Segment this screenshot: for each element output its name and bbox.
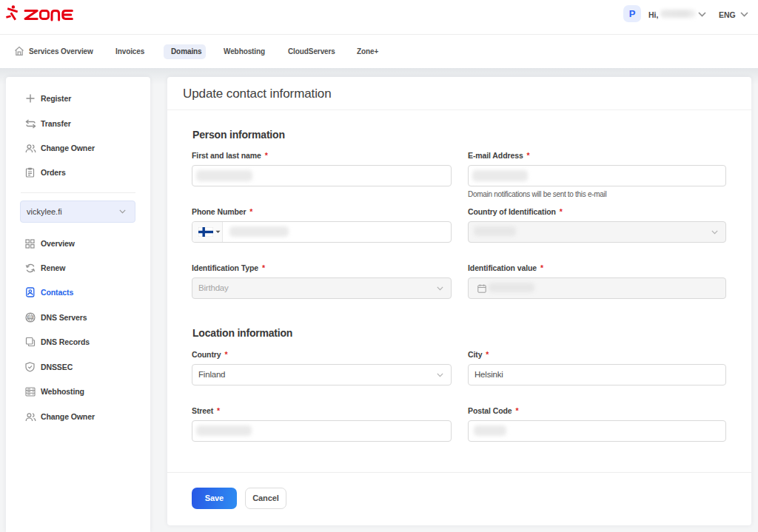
svg-text:DNS: DNS xyxy=(28,316,33,319)
